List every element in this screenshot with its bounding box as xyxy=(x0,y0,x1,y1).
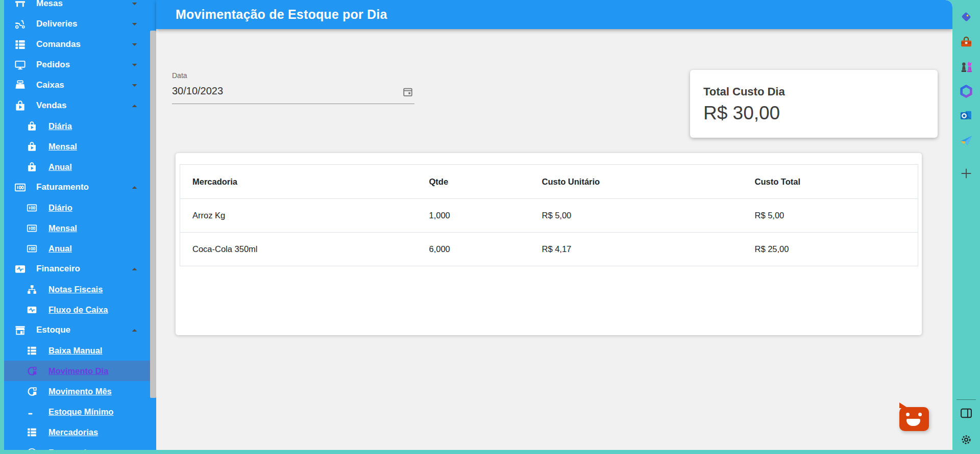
chat-smiley-mouth xyxy=(906,419,920,426)
microsoft-365-icon[interactable] xyxy=(959,84,973,98)
sidebar-item-estoque-minimo[interactable]: Estoque Mínimo xyxy=(4,401,156,422)
cell-custo-total: R$ 5,00 xyxy=(743,199,918,233)
shopping-tag-icon[interactable] xyxy=(959,10,973,24)
chevron-up-icon[interactable] xyxy=(130,183,139,192)
page-header: Movimentação de Estoque por Dia xyxy=(156,0,952,29)
sidebar-item-movimento-dia[interactable]: Movimento Dia xyxy=(4,361,156,381)
page-title: Movimentação de Estoque por Dia xyxy=(176,7,387,22)
account-tree-icon xyxy=(27,284,37,295)
sidebar-item-label: Fornecedores xyxy=(48,448,104,450)
chevron-down-icon[interactable] xyxy=(130,81,139,90)
sidebar-item-fluxo-de-caixa[interactable]: Fluxo de Caixa xyxy=(4,299,156,320)
chevron-up-icon[interactable] xyxy=(130,265,139,273)
chevron-up-icon[interactable] xyxy=(130,326,139,335)
add-icon[interactable] xyxy=(959,166,973,181)
sidebar-item-vendas-anual[interactable]: Anual xyxy=(4,157,156,177)
sidebar-item-financeiro[interactable]: Financeiro xyxy=(4,259,156,279)
stock-movement-table-card: Mercadoria Qtde Custo Unitário Custo Tot… xyxy=(176,153,922,335)
send-plane-icon[interactable] xyxy=(959,133,973,147)
date-picker-field[interactable]: Data 30/10/2023 xyxy=(172,71,414,104)
app-window: Mesas Deliveries Comandas Pedidos Caixas xyxy=(4,0,952,450)
shop-bag-icon xyxy=(14,100,26,112)
pulse-icon xyxy=(14,263,26,275)
column-header-qtde: Qtde xyxy=(417,165,530,199)
chevron-down-icon[interactable] xyxy=(130,20,139,29)
sidebar-item-fornecedores[interactable]: Fornecedores xyxy=(4,442,156,450)
chevron-down-icon[interactable] xyxy=(130,0,139,8)
chat-widget-button[interactable] xyxy=(899,407,929,431)
sidebar-item-faturamento-anual[interactable]: Anual xyxy=(4,238,156,259)
chat-smiley-eye xyxy=(918,413,922,416)
list-icon xyxy=(14,39,26,51)
sidebar-scrollbar[interactable] xyxy=(150,31,156,398)
sidebar-item-label: Movimento Mês xyxy=(48,387,112,396)
sidebar-item-label: Deliveries xyxy=(36,19,77,29)
sidebar-item-label: Mercadorias xyxy=(48,427,98,437)
chevron-down-icon[interactable] xyxy=(130,61,139,69)
sidebar-item-label: Anual xyxy=(48,244,72,254)
cell-custo-total: R$ 25,00 xyxy=(743,233,918,266)
sync-icon xyxy=(27,386,37,397)
games-chess-icon[interactable] xyxy=(959,60,973,74)
calendar-icon[interactable] xyxy=(402,86,413,97)
sidebar-item-label: Caixas xyxy=(36,80,64,90)
sidebar-item-notas-fiscais[interactable]: Notas Fiscais xyxy=(4,279,156,299)
storefront-icon xyxy=(14,324,26,336)
column-header-custo-unitario: Custo Unitário xyxy=(530,165,743,199)
sidebar-item-label: Mesas xyxy=(36,0,63,9)
sidebar-item-label: Fluxo de Caixa xyxy=(48,305,108,315)
chevron-up-icon[interactable] xyxy=(130,102,139,110)
monitor-icon xyxy=(14,59,26,71)
table-row: Coca-Cola 350ml 6,000 R$ 4,17 R$ 25,00 xyxy=(180,233,918,266)
sidebar-item-faturamento-mensal[interactable]: Mensal xyxy=(4,218,156,238)
pulse-icon xyxy=(27,305,37,315)
total-cost-title: Total Custo Dia xyxy=(703,85,938,98)
sidebar-item-caixas[interactable]: Caixas xyxy=(4,75,156,95)
stock-movement-table: Mercadoria Qtde Custo Unitário Custo Tot… xyxy=(180,164,918,266)
sidebar: Mesas Deliveries Comandas Pedidos Caixas xyxy=(4,0,156,450)
banknote-icon xyxy=(14,182,26,193)
column-header-mercadoria: Mercadoria xyxy=(180,165,417,199)
sidebar-item-label: Estoque xyxy=(36,325,70,335)
sidebar-item-comandas[interactable]: Comandas xyxy=(4,34,156,55)
sidebar-item-label: Vendas xyxy=(36,100,67,111)
date-field-value[interactable]: 30/10/2023 xyxy=(172,85,414,97)
sidebar-item-label: Baixa Manual xyxy=(48,346,102,356)
sidebar-item-label: Diário xyxy=(48,203,72,213)
sidebar-item-label: Movimento Dia xyxy=(48,366,108,376)
sidebar-item-vendas-mensal[interactable]: Mensal xyxy=(4,136,156,157)
sidebar-item-mesas[interactable]: Mesas xyxy=(4,0,156,14)
chevron-down-icon[interactable] xyxy=(130,40,139,49)
main-content: Movimentação de Estoque por Dia Data 30/… xyxy=(156,0,952,450)
sync-icon xyxy=(27,366,37,376)
table-row: Arroz Kg 1,000 R$ 5,00 R$ 5,00 xyxy=(180,199,918,233)
sidebar-item-mercadorias[interactable]: Mercadorias xyxy=(4,422,156,442)
split-screen-panel-icon[interactable] xyxy=(959,406,973,420)
settings-gear-icon[interactable] xyxy=(959,433,973,447)
browser-sidebar-rail xyxy=(952,0,980,454)
banknote-icon xyxy=(27,243,37,254)
sidebar-item-faturamento-diario[interactable]: Diário xyxy=(4,197,156,218)
sidebar-item-vendas[interactable]: Vendas xyxy=(4,95,156,116)
sidebar-item-label: Faturamento xyxy=(36,182,89,192)
cell-custo-unitario: R$ 4,17 xyxy=(530,233,743,266)
list-icon xyxy=(27,427,37,438)
total-cost-card: Total Custo Dia R$ 30,00 xyxy=(690,70,938,138)
shop-bag-icon xyxy=(27,141,37,152)
sidebar-item-baixa-manual[interactable]: Baixa Manual xyxy=(4,340,156,361)
cell-custo-unitario: R$ 5,00 xyxy=(530,199,743,233)
sidebar-item-deliveries[interactable]: Deliveries xyxy=(4,14,156,34)
toolbox-icon[interactable] xyxy=(959,35,973,49)
table-icon xyxy=(14,0,26,10)
sidebar-item-label: Mensal xyxy=(48,142,77,152)
sidebar-item-vendas-diaria[interactable]: Diária xyxy=(4,116,156,136)
banknote-icon xyxy=(27,223,37,234)
sidebar-item-movimento-mes[interactable]: Movimento Mês xyxy=(4,381,156,401)
sidebar-item-faturamento[interactable]: Faturamento xyxy=(4,177,156,197)
outlook-icon[interactable] xyxy=(959,109,973,123)
sidebar-item-pedidos[interactable]: Pedidos xyxy=(4,55,156,75)
sidebar-item-label: Financeiro xyxy=(36,264,80,274)
table-header-row: Mercadoria Qtde Custo Unitário Custo Tot… xyxy=(180,165,918,199)
sidebar-item-estoque[interactable]: Estoque xyxy=(4,320,156,340)
cell-mercadoria: Arroz Kg xyxy=(180,199,417,233)
